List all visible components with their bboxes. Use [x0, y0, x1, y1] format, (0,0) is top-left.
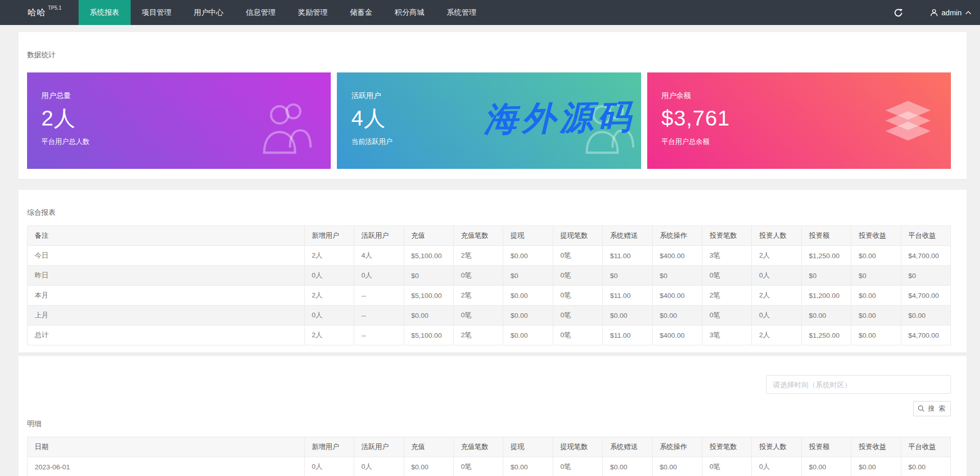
table-cell: 0笔	[553, 266, 602, 286]
table-cell: $11.00	[603, 325, 652, 345]
table-cell: $0	[404, 266, 453, 286]
table-cell: 4人	[354, 246, 404, 266]
table-cell: $0.00	[503, 325, 553, 345]
column-header: 充值	[404, 437, 453, 457]
table-cell: $0.00	[404, 457, 453, 476]
column-header: 平台收益	[901, 437, 950, 457]
nav-item[interactable]: 项目管理	[131, 0, 183, 25]
column-header: 提现	[503, 226, 553, 246]
table-cell: --	[354, 325, 404, 345]
table-cell: 3笔	[702, 325, 751, 345]
column-header: 投资收益	[851, 437, 901, 457]
table-cell: 2人	[752, 286, 801, 306]
column-header: 系统操作	[652, 226, 702, 246]
table-cell: $5,100.00	[404, 325, 453, 345]
nav-item[interactable]: 用户中心	[183, 0, 235, 25]
table-cell: $0.00	[652, 457, 702, 476]
column-header: 充值笔数	[453, 226, 503, 246]
navbar-right: admin	[888, 0, 980, 25]
table-cell: $11.00	[603, 286, 652, 306]
table-cell: $400.00	[652, 325, 702, 345]
column-header: 活跃用户	[354, 226, 404, 246]
table-cell: 0人	[304, 457, 354, 476]
column-header: 新增用户	[304, 437, 354, 457]
table-cell: 0人	[354, 457, 404, 476]
table-cell: 0人	[304, 306, 354, 325]
table-cell: $5,100.00	[404, 286, 453, 306]
table-cell: $0	[901, 266, 950, 286]
table-row: 总计2人--$5,100.002笔$0.000笔$11.00$400.003笔2…	[28, 325, 951, 345]
column-header: 系统操作	[652, 437, 702, 457]
table-cell: 0笔	[453, 457, 503, 476]
column-header: 投资人数	[752, 437, 801, 457]
table-cell: $0.00	[901, 457, 950, 476]
refresh-button[interactable]	[888, 0, 909, 25]
column-header: 备注	[28, 226, 305, 246]
table-row: 本月2人--$5,100.002笔$0.000笔$11.00$400.002笔2…	[28, 286, 951, 306]
search-button-row: 搜 索	[27, 401, 951, 416]
table-cell: 0人	[752, 457, 801, 476]
table-cell: $0.00	[851, 457, 901, 476]
column-header: 投资笔数	[702, 437, 751, 457]
column-header: 提现	[503, 437, 553, 457]
table-cell: $0.00	[404, 306, 453, 325]
table-cell: $0	[851, 266, 901, 286]
table-cell: $0.00	[851, 306, 901, 325]
time-range-input[interactable]	[766, 375, 951, 394]
nav-item[interactable]: 奖励管理	[287, 0, 339, 25]
table-cell: 0笔	[553, 246, 602, 266]
section-title-detail: 明细	[27, 416, 951, 428]
table-cell: $0	[652, 266, 702, 286]
nav-item[interactable]: 积分商城	[383, 0, 435, 25]
table-cell: $0.00	[901, 306, 950, 325]
table-cell: 0笔	[553, 457, 602, 476]
column-header: 提现笔数	[553, 226, 602, 246]
table-cell: 0人	[752, 306, 801, 325]
user-menu[interactable]: admin	[930, 9, 972, 17]
stat-cards: 用户总量 2人 平台用户总人数 活跃用户 4人 当前活跃用户	[27, 72, 951, 169]
table-cell: $0	[503, 266, 553, 286]
table-cell: 0笔	[553, 306, 602, 325]
table-cell: $0.00	[652, 306, 702, 325]
search-button[interactable]: 搜 索	[913, 401, 951, 416]
nav-item[interactable]: 系统管理	[435, 0, 487, 25]
search-row	[27, 356, 951, 394]
table-row: 上月0人--$0.000笔$0.000笔$0.00$0.000笔0人$0.00$…	[28, 306, 951, 325]
table-cell: 2笔	[453, 246, 503, 266]
table-cell: 2人	[304, 246, 354, 266]
table-cell: 2人	[304, 325, 354, 345]
table-cell: 0笔	[453, 306, 503, 325]
table-cell: 0笔	[702, 266, 751, 286]
table-cell: $0.00	[801, 306, 851, 325]
table-cell: $5,100.00	[404, 246, 453, 266]
table-cell: 0人	[752, 266, 801, 286]
table-row: 昨日0人0人$00笔$00笔$0$00笔0人$0$0$0	[28, 266, 951, 286]
table-cell: 2笔	[453, 325, 503, 345]
column-header: 新增用户	[304, 226, 354, 246]
table-cell: 本月	[28, 286, 305, 306]
table-cell: $4,700.00	[901, 246, 950, 266]
nav-item[interactable]: 系统报表	[79, 0, 131, 25]
table-cell: $0.00	[503, 457, 553, 476]
column-header: 投资人数	[752, 226, 801, 246]
column-header: 投资笔数	[702, 226, 751, 246]
nav-item[interactable]: 信息管理	[235, 0, 287, 25]
table-cell: 0笔	[553, 325, 602, 345]
table-row: 今日2人4人$5,100.002笔$0.000笔$11.00$400.003笔2…	[28, 246, 951, 266]
table-cell: 2人	[304, 286, 354, 306]
nav-item[interactable]: 储蓄金	[339, 0, 384, 25]
table-cell: $4,700.00	[901, 325, 950, 345]
table-cell: $0.00	[851, 325, 901, 345]
section-title-summary: 综合报表	[27, 190, 951, 217]
table-cell: 2人	[752, 246, 801, 266]
user-icon	[930, 9, 938, 17]
users-icon	[580, 96, 635, 156]
table-cell: $0	[603, 266, 652, 286]
stat-card-total-users: 用户总量 2人 平台用户总人数	[27, 72, 331, 169]
column-header: 投资额	[801, 437, 851, 457]
table-cell: 2笔	[453, 286, 503, 306]
table-cell: 3笔	[702, 246, 751, 266]
search-icon	[918, 405, 925, 412]
table-cell: 上月	[28, 306, 305, 325]
app-logo[interactable]: 哈哈 TP5.1	[28, 0, 62, 25]
